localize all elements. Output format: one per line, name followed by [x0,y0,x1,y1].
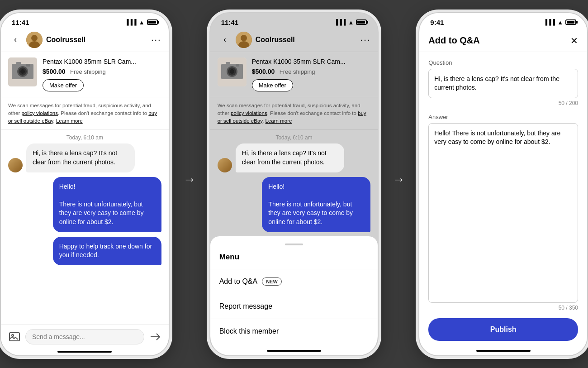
close-button[interactable]: ✕ [570,35,578,46]
bubble-received-2: Hi, is there a lens cap? It's not clear … [236,143,344,172]
phone-screen-2: 11:41 ▐▐▐ ▲ ‹ Coolrussell ··· [209,12,379,356]
back-button-2[interactable]: ‹ [218,33,232,47]
signal-icon: ▐▐▐ [125,19,137,25]
svg-rect-21 [236,64,239,67]
time-3: 9:41 [430,19,444,26]
fraud-notice-1: We scan messages for potential fraud, su… [1,97,169,130]
username-2: Coolrussell [256,36,360,44]
status-bar-2: 11:41 ▐▐▐ ▲ [210,13,378,28]
input-bar-1 [1,324,169,351]
report-message-label: Report message [219,302,272,311]
avatar-img-2 [236,32,252,48]
wifi-icon: ▲ [139,19,145,26]
publish-button[interactable]: Publish [428,318,578,341]
status-icons-1: ▐▐▐ ▲ [125,19,157,26]
home-indicator-2 [267,350,321,352]
avatar-1 [26,32,43,48]
policy-link-2[interactable]: policy violations [231,110,267,116]
fraud-notice-2: We scan messages for potential fraud, su… [210,97,378,130]
answer-count: 50 / 350 [428,305,578,311]
qa-body: Question Hi, is there a lens cap? It's n… [419,52,587,318]
add-to-qa-item[interactable]: Add to Q&A NEW [210,269,378,294]
add-to-qa-label: Add to Q&A [219,277,258,286]
answer-field[interactable]: Hello! There is not unfortunately, but t… [428,123,578,303]
signal-icon-3: ▐▐▐ [544,19,555,25]
nav-bar-2: ‹ Coolrussell ··· [210,28,378,52]
product-image-2 [218,57,247,86]
message-received-1: Hi, is there a lens cap? It's not clear … [8,143,161,172]
question-count: 50 / 200 [428,100,578,106]
bottom-sheet: Menu Add to Q&A NEW Report message Block… [210,236,378,355]
svg-rect-20 [226,62,230,65]
svg-point-19 [230,69,234,74]
product-title-1: Pentax K1000 35mm SLR Cam... [43,57,161,66]
answer-section: Answer Hello! There is not unfortunately… [428,114,578,311]
make-offer-button-1[interactable]: Make offer [43,79,84,91]
report-message-item[interactable]: Report message [210,294,378,319]
message-input-1[interactable] [25,329,144,344]
block-member-item[interactable]: Block this member [210,319,378,344]
send-button-1[interactable] [149,330,161,343]
product-card-2: Pentax K1000 35mm SLR Cam... $500.00 Fre… [210,52,378,97]
avatar-2 [236,32,252,48]
message-sent-2: Happy to help track one down for you if … [8,237,161,265]
product-info-2: Pentax K1000 35mm SLR Cam... $500.00 Fre… [252,57,371,91]
message-received-2: Hi, is there a lens cap? It's not clear … [218,143,371,172]
bubble-sent-3: Hello!There is not unfortunately, but th… [262,177,370,232]
battery-icon-3 [565,19,576,25]
block-member-label: Block this member [219,327,279,335]
messages-1: Hi, is there a lens cap? It's not clear … [1,143,169,324]
sheet-handle [285,244,303,245]
learn-link-2[interactable]: Learn more [266,118,292,124]
arrow-2: → [392,172,405,187]
wifi-icon-2: ▲ [348,19,354,26]
arrow-1: → [183,172,196,187]
product-title-2: Pentax K1000 35mm SLR Cam... [252,57,371,66]
svg-point-7 [20,69,25,74]
bubble-sent-2: Happy to help track one down for you if … [53,237,161,265]
status-bar-3: 9:41 ▐▐▐ ▲ [419,13,587,28]
more-button-2[interactable]: ··· [360,34,371,45]
make-offer-button-2[interactable]: Make offer [252,79,293,91]
status-icons-3: ▐▐▐ ▲ [544,19,576,26]
image-attach-icon-1[interactable] [8,330,21,343]
product-shipping-1: Free shipping [70,68,106,75]
nav-bar-1: ‹ Coolrussell ··· [1,28,169,52]
wifi-icon-3: ▲ [557,19,563,26]
product-card-1: Pentax K1000 35mm SLR Cam... $500.00 Fre… [1,52,169,97]
back-button-1[interactable]: ‹ [8,33,23,47]
messages-2: Hi, is there a lens cap? It's not clear … [210,143,378,233]
question-field[interactable]: Hi, is there a lens cap? It's not clear … [428,69,578,98]
svg-point-1 [31,35,38,41]
product-price-2: $500.00 [252,68,275,75]
svg-rect-9 [26,64,30,67]
svg-point-13 [241,35,247,41]
chat-area-2: We scan messages for potential fraud, su… [210,97,378,233]
avatar-img-1 [26,32,43,48]
menu-title: Menu [210,253,378,269]
chat-area-1: We scan messages for potential fraud, su… [1,97,169,324]
more-button-1[interactable]: ··· [151,34,161,45]
svg-point-11 [12,335,14,336]
signal-icon-2: ▐▐▐ [334,19,346,25]
time-2: 11:41 [221,19,238,26]
answer-label: Answer [428,114,578,120]
message-sent-1: Hello!There is not unfortunately, but th… [8,177,161,232]
product-price-1: $500.00 [43,68,66,75]
learn-link-1[interactable]: Learn more [56,118,83,124]
message-sent-3: Hello!There is not unfortunately, but th… [218,177,371,232]
bubble-sent-1: Hello!There is not unfortunately, but th… [53,177,161,232]
sender-avatar-1 [8,158,23,172]
battery-icon [147,19,158,25]
policy-link-1[interactable]: policy violations [21,110,58,116]
home-indicator-1 [57,351,112,353]
phone-screen-3: 9:41 ▐▐▐ ▲ Add to Q&A ✕ Question Hi, is … [418,12,588,356]
qa-panel-title: Add to Q&A [428,35,479,46]
svg-rect-8 [16,62,21,65]
new-badge: NEW [262,277,282,286]
username-1: Coolrussell [46,36,151,44]
status-bar-1: 11:41 ▐▐▐ ▲ [1,13,169,28]
qa-header: Add to Q&A ✕ [419,28,587,52]
product-info-1: Pentax K1000 35mm SLR Cam... $500.00 Fre… [43,57,161,91]
battery-icon-2 [356,19,367,25]
